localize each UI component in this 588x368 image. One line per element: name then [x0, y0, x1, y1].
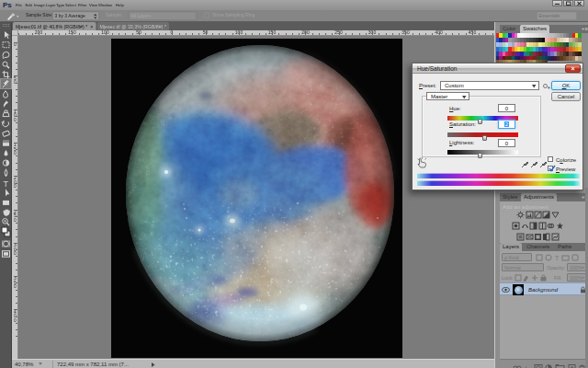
svg-text:T: T — [4, 179, 9, 189]
svg-text:T: T — [555, 255, 560, 261]
